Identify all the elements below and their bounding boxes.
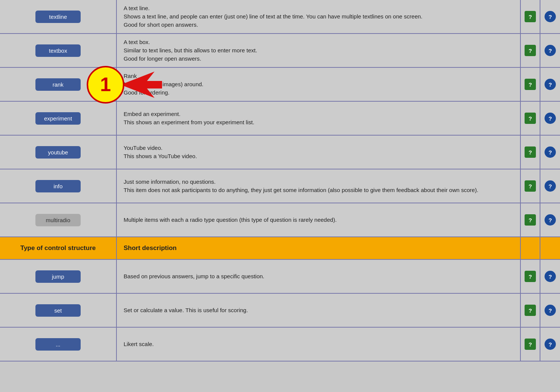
blue-help-jump[interactable]: ? [545,271,556,282]
desc-text-textline: A text line.Shows a text line, and peopl… [124,4,422,29]
type-badge-rank[interactable]: rank [35,78,81,91]
desc-text-experiment: Embed an experiment.This shows an experi… [124,110,254,127]
table-row: jump Based on previous answers, jump to … [0,260,560,294]
blue-help-likert[interactable]: ? [545,339,556,350]
control-type-label: Type of control structure [20,244,96,252]
type-cell-textbox: textbox [0,34,117,67]
help-btn2-rank[interactable]: ? [540,68,560,101]
table-row: multiradio Multiple items with each a ra… [0,203,560,237]
table-row: youtube YouTube video.This shows a YouTu… [0,136,560,169]
table-row: textbox A text box.Similar to text lines… [0,34,560,68]
blue-help-youtube[interactable]: ? [545,146,556,158]
desc-cell-textline: A text line.Shows a text line, and peopl… [117,0,521,33]
desc-cell-multiradio: Multiple items with each a radio type qu… [117,203,521,236]
desc-cell-textbox: A text box.Similar to text lines, but th… [117,34,521,67]
type-cell-textline: textline [0,0,117,33]
control-structure-header: Type of control structure Short descript… [0,237,560,260]
type-badge-jump[interactable]: jump [35,270,81,283]
table-row: ... Likert scale. ? ? [0,328,560,361]
type-cell-experiment: experiment [0,102,117,135]
green-help-jump[interactable]: ? [525,271,536,282]
help-btn2-info[interactable]: ? [540,169,560,203]
green-help-youtube[interactable]: ? [525,146,536,158]
help-btn1-rank[interactable]: ? [521,68,540,101]
blue-help-experiment[interactable]: ? [545,113,556,124]
blue-help-info[interactable]: ? [545,180,556,192]
green-help-experiment[interactable]: ? [525,113,536,124]
desc-cell-rank: RankMove items (or images) around.Good f… [117,68,521,101]
type-cell-jump: jump [0,260,117,293]
type-badge-info[interactable]: info [35,180,81,192]
control-header-btn1 [521,237,540,259]
type-badge-experiment[interactable]: experiment [35,112,81,125]
desc-text-youtube: YouTube video.This shows a YouTube video… [124,144,197,160]
table-row: set Set or calculate a value. This is us… [0,294,560,328]
help-btn2-likert[interactable]: ? [540,328,560,361]
desc-cell-set: Set or calculate a value. This is useful… [117,294,521,327]
control-type-header: Type of control structure [0,237,117,259]
type-badge-textline[interactable]: textline [35,11,81,23]
desc-text-textbox: A text box.Similar to text lines, but th… [124,38,257,63]
green-help-rank[interactable]: ? [525,79,536,90]
type-badge-set[interactable]: set [35,304,81,317]
type-cell-set: set [0,294,117,327]
blue-help-textline[interactable]: ? [545,11,556,22]
type-badge-textbox[interactable]: textbox [35,44,81,57]
type-cell-likert: ... [0,328,117,361]
green-help-set[interactable]: ? [525,305,536,316]
type-cell-youtube: youtube [0,136,117,169]
table-row: rank RankMove items (or images) around.G… [0,68,560,102]
desc-text-info: Just some information, no questions.This… [124,178,478,194]
green-help-multiradio[interactable]: ? [525,214,536,226]
desc-text-multiradio: Multiple items with each a radio type qu… [124,216,337,224]
green-help-info[interactable]: ? [525,180,536,192]
help-btn1-textline[interactable]: ? [521,0,540,33]
help-btn2-set[interactable]: ? [540,294,560,327]
blue-help-multiradio[interactable]: ? [545,214,556,226]
type-badge-likert[interactable]: ... [35,338,81,351]
desc-cell-youtube: YouTube video.This shows a YouTube video… [117,136,521,169]
desc-text-likert: Likert scale. [124,340,154,348]
help-btn2-multiradio[interactable]: ? [540,203,560,236]
help-btn1-multiradio[interactable]: ? [521,203,540,236]
help-btn1-textbox[interactable]: ? [521,34,540,67]
help-btn1-set[interactable]: ? [521,294,540,327]
green-help-likert[interactable]: ? [525,339,536,350]
help-btn1-experiment[interactable]: ? [521,102,540,135]
help-btn2-experiment[interactable]: ? [540,102,560,135]
help-btn2-youtube[interactable]: ? [540,136,560,169]
blue-help-rank[interactable]: ? [545,79,556,90]
control-desc-header: Short description [117,237,521,259]
desc-text-jump: Based on previous answers, jump to a spe… [124,272,265,281]
green-help-textbox[interactable]: ? [525,45,536,56]
control-desc-label: Short description [124,244,177,252]
help-btn1-likert[interactable]: ? [521,328,540,361]
desc-cell-likert: Likert scale. [117,328,521,361]
blue-help-textbox[interactable]: ? [545,45,556,56]
table-row: info Just some information, no questions… [0,169,560,203]
blue-help-set[interactable]: ? [545,305,556,316]
control-header-btn2 [540,237,560,259]
help-btn2-textline[interactable]: ? [540,0,560,33]
type-cell-rank: rank [0,68,117,101]
desc-cell-experiment: Embed an experiment.This shows an experi… [117,102,521,135]
type-cell-info: info [0,169,117,203]
help-btn2-textbox[interactable]: ? [540,34,560,67]
type-badge-youtube[interactable]: youtube [35,146,81,159]
help-btn1-youtube[interactable]: ? [521,136,540,169]
table-row: experiment Embed an experiment.This show… [0,102,560,136]
type-badge-multiradio[interactable]: multiradio [35,214,81,226]
desc-text-set: Set or calculate a value. This is useful… [124,306,248,314]
help-btn1-info[interactable]: ? [521,169,540,203]
help-btn2-jump[interactable]: ? [540,260,560,293]
main-table: textline A text line.Shows a text line, … [0,0,560,361]
desc-cell-jump: Based on previous answers, jump to a spe… [117,260,521,293]
desc-text-rank: RankMove items (or images) around.Good f… [124,72,203,96]
help-btn1-jump[interactable]: ? [521,260,540,293]
type-cell-multiradio: multiradio [0,203,117,236]
green-help-textline[interactable]: ? [525,11,536,22]
desc-cell-info: Just some information, no questions.This… [117,169,521,203]
table-row: textline A text line.Shows a text line, … [0,0,560,34]
